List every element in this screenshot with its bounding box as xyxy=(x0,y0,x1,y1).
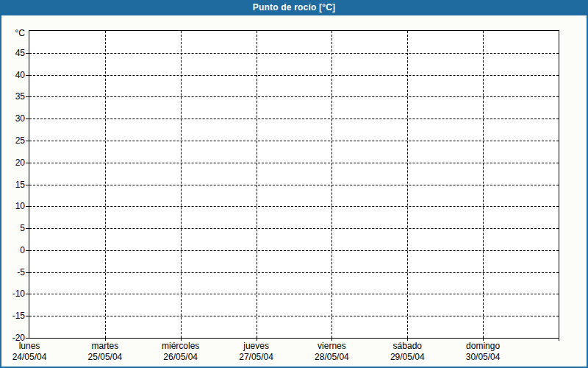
y-grid-line xyxy=(29,53,559,54)
day-name-label: miércoles xyxy=(140,341,221,352)
y-tick-label: 5 xyxy=(0,223,25,233)
y-tick-mark xyxy=(26,272,29,273)
y-tick-label: -10 xyxy=(0,289,25,299)
x-grid-line xyxy=(407,31,408,338)
x-tick-label: martes25/05/04 xyxy=(65,341,146,363)
y-tick-mark xyxy=(26,294,29,294)
day-name-label: sábado xyxy=(367,341,448,352)
day-date-label: 27/05/04 xyxy=(216,352,297,363)
y-tick-mark xyxy=(26,250,29,251)
y-grid-line xyxy=(29,75,559,76)
day-name-label: jueves xyxy=(216,341,297,352)
day-date-label: 29/05/04 xyxy=(367,352,448,363)
y-tick-label: 30 xyxy=(0,113,25,124)
x-tick-label: lunes24/05/04 xyxy=(0,341,70,363)
y-grid-line xyxy=(29,228,559,229)
y-grid-line xyxy=(29,250,559,251)
y-grid-line xyxy=(29,206,559,207)
y-tick-label: 35 xyxy=(0,91,25,102)
y-tick-label: 20 xyxy=(0,158,25,168)
x-tick-label: domingo30/05/04 xyxy=(442,341,523,363)
chart-title: Punto de rocío [°C] xyxy=(253,2,336,13)
y-tick-mark xyxy=(26,185,29,185)
y-tick-label: -5 xyxy=(0,267,25,277)
y-tick-mark xyxy=(26,75,29,76)
x-tick-mark xyxy=(559,339,559,341)
day-date-label: 30/05/04 xyxy=(442,352,523,363)
x-tick-label: viernes28/05/04 xyxy=(291,341,372,363)
y-tick-label: 0 xyxy=(0,245,25,255)
y-tick-label: 25 xyxy=(0,135,25,146)
x-grid-line xyxy=(105,31,106,338)
y-tick-mark xyxy=(26,316,29,316)
day-name-label: domingo xyxy=(442,341,523,352)
y-tick-mark xyxy=(26,141,29,141)
y-tick-mark xyxy=(26,96,29,97)
day-name-label: lunes xyxy=(0,341,70,352)
day-name-label: viernes xyxy=(291,341,372,352)
x-tick-label: jueves27/05/04 xyxy=(216,341,297,363)
y-axis-unit-label: °C xyxy=(0,28,25,38)
y-grid-line xyxy=(29,96,559,97)
y-grid-line xyxy=(29,185,559,185)
x-grid-line xyxy=(483,31,484,338)
page: Punto de rocío [°C] °C 45403530252015105… xyxy=(0,0,588,368)
y-tick-label: -15 xyxy=(0,311,25,321)
day-date-label: 25/05/04 xyxy=(65,352,146,363)
title-bar: Punto de rocío [°C] xyxy=(0,0,588,15)
y-tick-mark xyxy=(26,163,29,163)
y-tick-mark xyxy=(26,118,29,119)
x-tick-label: miércoles26/05/04 xyxy=(140,341,221,363)
day-date-label: 28/05/04 xyxy=(291,352,372,363)
y-grid-line xyxy=(29,163,559,163)
y-tick-label: 45 xyxy=(0,48,25,58)
y-tick-mark xyxy=(26,338,29,339)
y-tick-label: 10 xyxy=(0,201,25,211)
y-grid-line xyxy=(29,316,559,316)
day-name-label: martes xyxy=(65,341,146,352)
x-grid-line xyxy=(331,31,332,338)
day-date-label: 24/05/04 xyxy=(0,352,70,363)
day-date-label: 26/05/04 xyxy=(140,352,221,363)
y-grid-line xyxy=(29,294,559,294)
x-tick-label: sábado29/05/04 xyxy=(367,341,448,363)
y-grid-line xyxy=(29,118,559,119)
y-grid-line xyxy=(29,141,559,141)
y-tick-mark xyxy=(26,228,29,229)
y-tick-label: 15 xyxy=(0,180,25,190)
x-grid-line xyxy=(257,31,257,338)
y-grid-line xyxy=(29,272,559,273)
plot-area xyxy=(29,30,559,339)
y-tick-mark xyxy=(26,206,29,207)
x-grid-line xyxy=(181,31,182,338)
y-tick-label: 40 xyxy=(0,70,25,80)
y-tick-mark xyxy=(26,53,29,54)
